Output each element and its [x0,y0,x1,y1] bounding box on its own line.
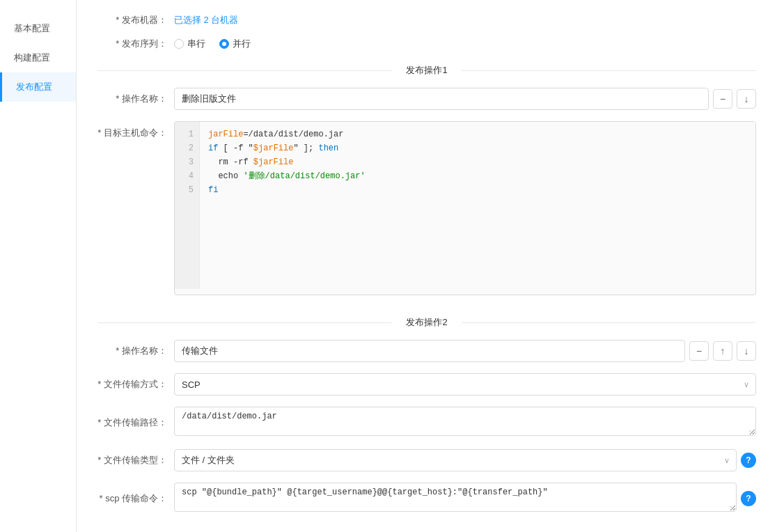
op2-scp-cmd-input[interactable]: scp "@{bundle_path}" @{target_username}@… [174,483,737,512]
op2-transfer-type-label: * 文件传输类型： [97,454,174,467]
section1-title: 发布操作1 [392,64,461,77]
publisher-label: * 发布机器： [97,14,174,26]
publisher-row: * 发布机器： 已选择 2 台机器 [97,14,756,26]
op1-name-content: − ↓ [174,88,756,110]
publish-order-row: * 发布序列： 串行 并行 [97,38,756,50]
code-line-4: echo '删除/data/dist/demo.jar' [208,169,747,183]
sidebar: 基本配置 构建配置 发布配置 [0,0,77,532]
op1-code-inner: 1 2 3 4 5 jarFile=/data/dist/demo.jar if… [175,122,755,289]
op1-down-button[interactable]: ↓ [737,89,756,109]
op2-transfer-method-select-wrapper: SCP ∨ [174,373,756,396]
sidebar-item-build[interactable]: 构建配置 [0,43,76,72]
sidebar-item-publish[interactable]: 发布配置 [0,72,76,102]
machines-link[interactable]: 已选择 2 台机器 [174,14,238,26]
radio-parallel-circle [219,39,229,49]
line-num-4: 4 [175,169,199,183]
main-content: * 发布机器： 已选择 2 台机器 * 发布序列： 串行 并行 [77,0,777,532]
op2-transfer-method-label: * 文件传输方式： [97,378,174,391]
op1-line-numbers: 1 2 3 4 5 [175,122,200,289]
textarea-resize-icon: ⤡ [748,428,754,436]
section1-divider: 发布操作1 [97,64,756,77]
op1-cmd-content: 1 2 3 4 5 jarFile=/data/dist/demo.jar if… [174,121,756,295]
radio-group: 串行 并行 [174,38,251,50]
code-line-1: jarFile=/data/dist/demo.jar [208,127,747,141]
op2-name-content: − ↑ ↓ [174,340,756,362]
op2-transfer-path-wrapper: /data/dist/demo.jar ⤡ [174,407,756,438]
op1-name-label: * 操作名称： [97,93,174,105]
op2-minus-button[interactable]: − [689,341,709,361]
op1-code-content: jarFile=/data/dist/demo.jar if [ -f "$ja… [200,122,755,289]
op2-transfer-method-select[interactable]: SCP [174,373,756,396]
op2-transfer-path-content: /data/dist/demo.jar ⤡ [174,407,756,438]
op2-scp-cmd-row: * scp 传输命令： scp "@{bundle_path}" @{targe… [97,483,756,514]
op1-cmd-row: * 目标主机命令： 1 2 3 4 5 jarFile=/data/dist/d… [97,121,756,295]
code-line-5: fi [208,183,747,197]
line-num-3: 3 [175,155,199,169]
publish-order-content: 串行 并行 [174,38,756,50]
op2-transfer-path-input[interactable]: /data/dist/demo.jar [174,407,756,436]
op2-transfer-method-row: * 文件传输方式： SCP ∨ [97,373,756,396]
publisher-content: 已选择 2 台机器 [174,14,756,26]
op2-name-input-group: − ↑ ↓ [174,340,756,362]
radio-serial[interactable]: 串行 [174,38,205,50]
code-line-3: rm -rf $jarFile [208,155,747,169]
op1-name-row: * 操作名称： − ↓ [97,88,756,110]
radio-parallel-label: 并行 [233,38,251,50]
radio-parallel[interactable]: 并行 [219,38,251,50]
op2-transfer-type-row: * 文件传输类型： 文件 / 文件夹 ∨ ? [97,449,756,471]
publish-order-label: * 发布序列： [97,38,174,50]
line-num-1: 1 [175,127,199,141]
section2-title: 发布操作2 [392,316,461,329]
line-num-5: 5 [175,183,199,197]
op2-scp-cmd-content: scp "@{bundle_path}" @{target_username}@… [174,483,756,514]
op2-transfer-path-row: * 文件传输路径： /data/dist/demo.jar ⤡ [97,407,756,438]
op2-down-button[interactable]: ↓ [737,341,756,361]
op1-name-input[interactable] [174,88,709,110]
transfer-type-help-button[interactable]: ? [741,453,756,468]
radio-serial-label: 串行 [187,38,205,50]
op2-transfer-type-select-wrapper: 文件 / 文件夹 ∨ [174,449,737,471]
op2-scp-cmd-label: * scp 传输命令： [97,492,174,505]
op2-name-label: * 操作名称： [97,345,174,357]
op2-transfer-type-select[interactable]: 文件 / 文件夹 [174,449,737,471]
op2-scp-cmd-wrapper: scp "@{bundle_path}" @{target_username}@… [174,483,737,514]
radio-serial-circle [174,39,184,49]
code-line-2: if [ -f "$jarFile" ]; then [208,141,747,155]
scp-cmd-resize-icon: ⤡ [729,504,735,512]
op1-cmd-label: * 目标主机命令： [97,121,174,139]
op1-name-input-group: − ↓ [174,88,756,110]
sidebar-item-basic[interactable]: 基本配置 [0,14,76,43]
line-num-2: 2 [175,141,199,155]
section2-divider: 发布操作2 [97,316,756,329]
op2-transfer-type-content: 文件 / 文件夹 ∨ ? [174,449,756,471]
scp-cmd-help-button[interactable]: ? [741,491,756,506]
op2-name-input[interactable] [174,340,685,362]
op2-transfer-method-content: SCP ∨ [174,373,756,396]
op2-name-row: * 操作名称： − ↑ ↓ [97,340,756,362]
op2-up-button[interactable]: ↑ [713,341,732,361]
op2-transfer-path-label: * 文件传输路径： [97,416,174,429]
op1-code-editor[interactable]: 1 2 3 4 5 jarFile=/data/dist/demo.jar if… [174,121,756,295]
op1-minus-button[interactable]: − [713,89,732,109]
